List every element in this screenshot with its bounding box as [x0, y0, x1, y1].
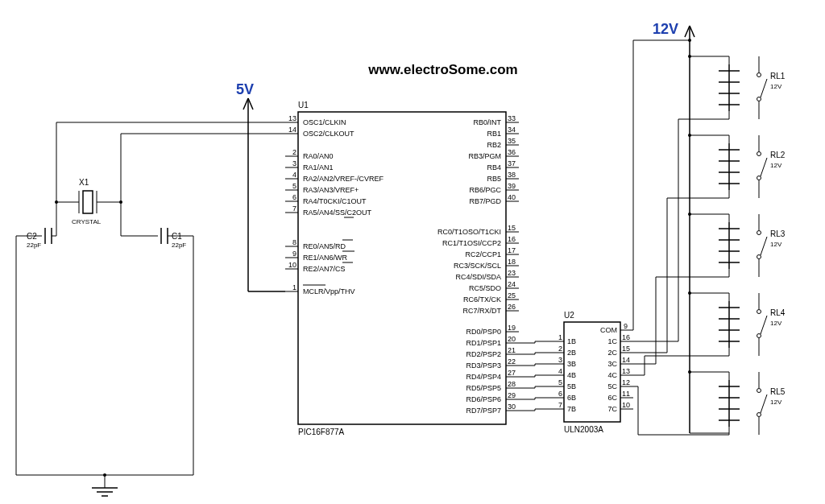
svg-text:17: 17	[508, 246, 516, 254]
svg-text:RE1/AN6/WR: RE1/AN6/WR	[303, 254, 348, 262]
svg-text:RB5: RB5	[487, 175, 501, 183]
svg-text:RA4/T0CKI/C1OUT: RA4/T0CKI/C1OUT	[303, 197, 367, 205]
relay-rl4: RL412V	[688, 291, 786, 356]
svg-text:9: 9	[292, 250, 296, 258]
svg-line-217	[761, 158, 767, 176]
svg-point-198	[757, 73, 761, 77]
svg-text:RA0/AN0: RA0/AN0	[303, 152, 334, 160]
svg-point-205	[688, 55, 691, 58]
svg-text:RC4/SDI/SDA: RC4/SDI/SDA	[455, 273, 501, 281]
rail-12v-label: 12V	[653, 21, 678, 37]
svg-text:34: 34	[508, 126, 516, 134]
svg-text:2: 2	[558, 345, 562, 353]
svg-text:RB2: RB2	[487, 141, 501, 149]
svg-text:RL3: RL3	[770, 229, 786, 238]
rail-5v-label: 5V	[236, 81, 254, 97]
svg-text:7: 7	[558, 401, 562, 409]
svg-point-309	[688, 39, 691, 42]
source-url: www.electroSome.com	[367, 62, 517, 77]
svg-text:6B: 6B	[567, 394, 576, 402]
svg-text:3C: 3C	[607, 360, 617, 368]
svg-text:15: 15	[508, 224, 516, 232]
svg-text:16: 16	[508, 235, 516, 243]
svg-text:7C: 7C	[607, 405, 617, 413]
svg-text:2: 2	[292, 148, 296, 156]
c1-val: 22pF	[172, 242, 186, 249]
svg-text:22: 22	[508, 357, 516, 366]
svg-text:5: 5	[292, 182, 296, 190]
svg-text:2C: 2C	[607, 349, 617, 357]
svg-text:OSC2/CLKOUT: OSC2/CLKOUT	[303, 130, 354, 138]
svg-text:RA5/AN4/SS/C2OUT: RA5/AN4/SS/C2OUT	[303, 209, 372, 217]
u1-part: PIC16F877A	[298, 428, 345, 436]
u2-com: COM	[600, 326, 617, 334]
svg-text:3: 3	[292, 159, 296, 167]
svg-text:RL2: RL2	[770, 151, 786, 159]
svg-text:RD1/PSP1: RD1/PSP1	[466, 339, 501, 347]
svg-text:RL5: RL5	[770, 387, 786, 396]
svg-text:4: 4	[558, 367, 562, 375]
x1-ref: X1	[79, 178, 89, 187]
svg-text:7B: 7B	[567, 405, 576, 413]
svg-point-269	[688, 370, 691, 374]
svg-text:RD7/PSP7: RD7/PSP7	[466, 407, 501, 415]
svg-text:12: 12	[622, 378, 630, 386]
svg-text:MCLR/Vpp/THV: MCLR/Vpp/THV	[303, 287, 355, 295]
u2-com-num: 9	[624, 322, 628, 330]
svg-text:1B: 1B	[567, 337, 576, 345]
schematic-canvas: www.electroSome.com 5V 12V U1 PIC16F877A…	[0, 0, 825, 504]
svg-text:14: 14	[622, 356, 630, 364]
svg-text:12V: 12V	[770, 162, 782, 169]
relay-rl1: RL112V	[688, 55, 786, 119]
svg-text:7: 7	[292, 204, 296, 213]
svg-text:5: 5	[558, 378, 562, 386]
svg-point-246	[757, 310, 761, 314]
u2-part: ULN2003A	[564, 425, 603, 434]
svg-text:4: 4	[292, 171, 296, 179]
svg-text:1: 1	[558, 333, 562, 341]
svg-text:RA3/AN3/VREF+: RA3/AN3/VREF+	[303, 186, 359, 194]
svg-text:8: 8	[292, 238, 296, 246]
svg-text:RC1/T1OSI/CCP2: RC1/T1OSI/CCP2	[442, 239, 501, 247]
svg-point-253	[688, 291, 691, 295]
svg-text:6C: 6C	[607, 394, 617, 402]
svg-text:RE2/AN7/CS: RE2/AN7/CS	[303, 265, 346, 273]
svg-text:18: 18	[508, 258, 516, 266]
svg-text:12V: 12V	[770, 399, 782, 406]
svg-text:RD3/PSP3: RD3/PSP3	[466, 361, 501, 370]
svg-text:29: 29	[508, 391, 516, 399]
svg-text:12V: 12V	[770, 241, 782, 248]
svg-text:RD4/PSP4: RD4/PSP4	[466, 373, 501, 381]
x1-val: CRYSTAL	[72, 218, 102, 225]
svg-text:RD5/PSP5: RD5/PSP5	[466, 384, 501, 392]
svg-text:RC2/CCP1: RC2/CCP1	[465, 250, 501, 258]
svg-text:RL4: RL4	[770, 308, 786, 317]
svg-text:4C: 4C	[607, 371, 617, 379]
u2-ref: U2	[564, 311, 574, 320]
svg-point-232	[757, 255, 761, 259]
svg-text:RE0/AN5/RD: RE0/AN5/RD	[303, 242, 346, 250]
svg-text:24: 24	[508, 280, 516, 288]
svg-text:16: 16	[622, 333, 630, 341]
svg-point-189	[103, 473, 106, 477]
svg-text:RC6/TX/CK: RC6/TX/CK	[463, 295, 501, 304]
svg-point-216	[757, 176, 761, 180]
svg-text:RD6/PSP6: RD6/PSP6	[466, 395, 501, 403]
u1-ref: U1	[298, 101, 309, 109]
svg-text:RB6/PGC: RB6/PGC	[469, 186, 501, 194]
svg-text:RD2/PSP2: RD2/PSP2	[466, 350, 501, 358]
svg-text:5C: 5C	[607, 382, 617, 390]
svg-point-214	[757, 152, 761, 156]
svg-point-237	[688, 213, 691, 216]
svg-text:28: 28	[508, 380, 516, 388]
svg-text:35: 35	[508, 137, 516, 145]
svg-text:1C: 1C	[607, 337, 617, 345]
svg-text:36: 36	[508, 148, 516, 156]
crystal-network: X1 CRYSTAL C2 22pF C1 22pF	[16, 122, 285, 496]
svg-text:RB0/INT: RB0/INT	[473, 118, 501, 126]
c2-val: 22pF	[27, 242, 41, 249]
svg-text:23: 23	[508, 269, 516, 277]
svg-point-230	[757, 231, 761, 235]
svg-point-262	[757, 389, 761, 393]
svg-text:RC0/T1OSO/T1CKI: RC0/T1OSO/T1CKI	[437, 228, 501, 236]
